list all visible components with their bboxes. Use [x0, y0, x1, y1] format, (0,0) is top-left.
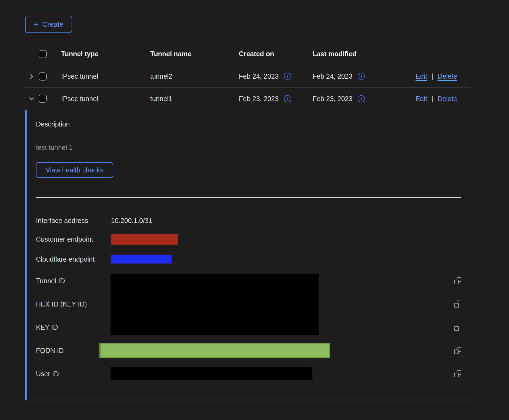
tunnel-type-cell: IPsec tunnel	[61, 95, 150, 103]
field-interface-address: Interface address 10.200.1.0/31	[36, 212, 461, 229]
table-header-row: Tunnel type Tunnel name Created on Last …	[25, 43, 471, 65]
actions-separator: |	[431, 95, 433, 103]
chevron-down-icon[interactable]	[28, 95, 35, 102]
view-health-checks-button[interactable]: View health checks	[36, 162, 113, 178]
customer-endpoint-redaction	[111, 234, 178, 245]
section-divider	[36, 197, 461, 198]
delete-link[interactable]: Delete	[438, 95, 457, 103]
info-icon[interactable]: i	[358, 73, 365, 80]
copy-icon[interactable]	[454, 301, 461, 308]
delete-link[interactable]: Delete	[438, 72, 457, 80]
user-id-redaction	[110, 367, 312, 380]
plus-icon: +	[34, 20, 39, 29]
description-value: test tunnel 1	[36, 143, 471, 151]
actions-separator: |	[431, 72, 433, 80]
tunnel-fields: Interface address 10.200.1.0/31 Customer…	[36, 212, 461, 385]
field-customer-endpoint: Customer endpoint	[36, 229, 461, 249]
field-label: Customer endpoint	[36, 235, 111, 243]
header-tunnel-name: Tunnel name	[150, 50, 239, 58]
create-button[interactable]: + Create	[25, 16, 72, 33]
info-icon[interactable]: i	[284, 73, 291, 80]
copy-icon[interactable]	[454, 324, 461, 331]
cloudflare-endpoint-redaction	[111, 255, 172, 264]
field-cloudflare-endpoint: Cloudflare endpoint	[36, 249, 461, 269]
table-row: IPsec tunnel tunnel1 Feb 23, 2023 i Feb …	[25, 88, 471, 110]
info-icon[interactable]: i	[284, 95, 291, 102]
field-label: User ID	[36, 370, 111, 378]
tunnel-name-cell: tunnel1	[150, 95, 239, 103]
row-checkbox[interactable]	[39, 95, 47, 103]
last-modified-value: Feb 23, 2023	[313, 95, 352, 103]
field-label: Cloudflare endpoint	[36, 255, 111, 263]
chevron-right-icon[interactable]	[28, 73, 35, 80]
tunnel-type-cell: IPsec tunnel	[61, 72, 150, 80]
field-user-id: User ID	[36, 362, 461, 385]
description-label: Description	[36, 120, 471, 128]
copy-icon[interactable]	[454, 347, 461, 354]
tunnels-page: + Create Tunnel type Tunnel name Created…	[0, 0, 509, 420]
field-label: HEX ID (KEY ID)	[36, 300, 111, 308]
field-label: Tunnel ID	[36, 277, 111, 285]
header-last-modified: Last modified	[313, 50, 416, 58]
table-row: IPsec tunnel tunnel2 Feb 24, 2023 i Feb …	[25, 65, 471, 88]
edit-link[interactable]: Edit	[416, 72, 427, 80]
select-all-checkbox[interactable]	[39, 50, 47, 58]
last-modified-value: Feb 24, 2023	[313, 72, 352, 80]
created-on-value: Feb 23, 2023	[239, 95, 279, 103]
fqdn-id-redaction	[99, 343, 330, 358]
tunnel-name-cell: tunnel2	[150, 72, 239, 80]
edit-link[interactable]: Edit	[416, 95, 427, 103]
header-created-on: Created on	[239, 50, 313, 58]
row-checkbox[interactable]	[39, 72, 47, 81]
id-values-redaction	[110, 274, 319, 335]
tunnels-table: Tunnel type Tunnel name Created on Last …	[25, 43, 471, 400]
field-label: Interface address	[36, 217, 111, 225]
tunnel-detail-panel: Description test tunnel 1 View health ch…	[25, 110, 471, 400]
interface-address-value: 10.200.1.0/31	[111, 217, 450, 225]
created-on-value: Feb 24, 2023	[239, 72, 279, 80]
copy-icon[interactable]	[454, 277, 461, 284]
field-fqdn-id: FQDN ID	[36, 339, 461, 362]
header-tunnel-type: Tunnel type	[61, 50, 150, 58]
copy-icon[interactable]	[454, 370, 461, 377]
info-icon[interactable]: i	[358, 95, 365, 102]
field-label: KEY ID	[36, 324, 111, 331]
create-button-label: Create	[42, 20, 63, 29]
